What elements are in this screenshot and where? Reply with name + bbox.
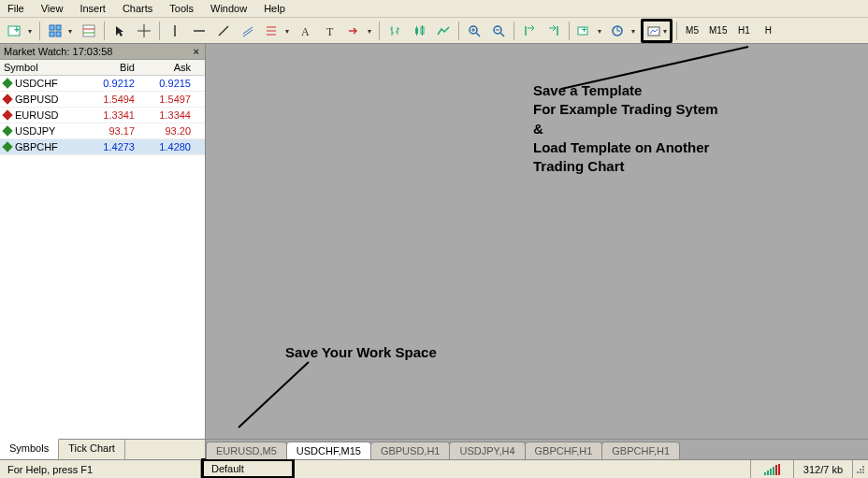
resize-grip-icon[interactable] xyxy=(853,462,868,477)
svg-text:T: T xyxy=(326,25,334,37)
svg-rect-4 xyxy=(50,32,54,36)
market-watch-row[interactable]: GBPUSD1.54941.5497 xyxy=(0,92,205,108)
market-watch-row[interactable]: USDCHF0.92120.9215 xyxy=(0,76,205,92)
chart-tab[interactable]: USDJPY,H4 xyxy=(449,442,525,459)
svg-rect-2 xyxy=(50,25,54,30)
market-watch-body: USDCHF0.92120.9215GBPUSD1.54941.5497EURU… xyxy=(0,76,205,439)
svg-text:+: + xyxy=(582,25,586,35)
market-watch-tabs: Symbols Tick Chart xyxy=(0,439,205,459)
menu-charts[interactable]: Charts xyxy=(123,3,152,14)
timeframe-m5[interactable]: M5 xyxy=(681,21,703,41)
bar-chart-button[interactable] xyxy=(383,21,406,41)
candle-chart-button[interactable] xyxy=(408,21,430,41)
tab-symbols[interactable]: Symbols xyxy=(0,439,59,459)
svg-rect-48 xyxy=(862,466,864,468)
timeframe-m15[interactable]: M15 xyxy=(705,21,731,41)
chart-tab[interactable]: GBPUSD,H1 xyxy=(370,442,451,459)
svg-line-36 xyxy=(500,33,504,36)
chart-tab[interactable]: EURUSD,M5 xyxy=(206,442,287,459)
chart-tab[interactable]: GBPCHF,H1 xyxy=(525,442,603,459)
horizontal-line-button[interactable] xyxy=(188,21,210,41)
market-watch-header: Symbol Bid Ask xyxy=(0,60,205,76)
auto-scroll-button[interactable] xyxy=(518,21,541,41)
periodicity-button[interactable] xyxy=(607,21,639,41)
text-label-button[interactable]: T xyxy=(319,21,341,41)
text-button[interactable]: A xyxy=(295,21,317,41)
menu-help[interactable]: Help xyxy=(264,3,285,14)
line-chart-button[interactable] xyxy=(432,21,455,41)
svg-rect-5 xyxy=(56,32,61,36)
indicators-button[interactable]: + xyxy=(573,21,605,41)
annotation-workspace: Save Your Work Space xyxy=(285,343,437,362)
connection-bars-icon xyxy=(751,460,794,478)
svg-rect-3 xyxy=(56,25,61,30)
close-icon[interactable]: × xyxy=(192,46,201,57)
tab-tick-chart[interactable]: Tick Chart xyxy=(59,440,125,459)
svg-rect-49 xyxy=(860,469,861,471)
svg-line-47 xyxy=(239,362,309,427)
fibonacci-button[interactable] xyxy=(261,21,293,41)
menu-view[interactable]: View xyxy=(41,3,64,14)
menu-file[interactable]: File xyxy=(7,3,24,14)
svg-text:+: + xyxy=(14,24,20,35)
market-watch-panel: Market Watch: 17:03:58 × Symbol Bid Ask … xyxy=(0,44,206,459)
timeframe-h1[interactable]: H1 xyxy=(732,21,755,41)
menu-window[interactable]: Window xyxy=(210,3,247,14)
svg-line-32 xyxy=(476,33,480,36)
market-watch-button[interactable] xyxy=(78,21,100,41)
vertical-line-button[interactable] xyxy=(164,21,186,41)
chart-tab[interactable]: GBPCHF,H1 xyxy=(601,442,680,459)
channel-button[interactable] xyxy=(237,21,259,41)
zoom-in-button[interactable] xyxy=(463,21,485,41)
zoom-out-button[interactable] xyxy=(487,21,510,41)
toolbar: + A T + M5 M15 H1 H xyxy=(0,18,868,44)
market-watch-title: Market Watch: 17:03:58 × xyxy=(0,44,205,60)
trendline-button[interactable] xyxy=(212,21,235,41)
status-spacer xyxy=(295,460,751,478)
svg-text:A: A xyxy=(301,25,310,37)
direction-icon xyxy=(2,94,12,104)
annotation-template: Save a TemplateFor Example Trading Sytem… xyxy=(533,81,776,176)
status-traffic: 312/7 kb xyxy=(794,460,853,478)
svg-rect-6 xyxy=(83,25,94,36)
chart-tabs: EURUSD,M5USDCHF,M15GBPUSD,H1USDJPY,H4GBP… xyxy=(206,439,868,459)
chart-workarea: Save a TemplateFor Example Trading Sytem… xyxy=(206,44,868,459)
svg-rect-51 xyxy=(857,471,859,473)
crosshair-button[interactable] xyxy=(133,21,155,41)
svg-rect-53 xyxy=(862,471,864,473)
chart-tab[interactable]: USDCHF,M15 xyxy=(286,442,371,459)
direction-icon xyxy=(2,78,12,88)
arrows-button[interactable] xyxy=(343,21,375,41)
direction-icon xyxy=(2,109,12,120)
market-watch-row[interactable]: USDJPY93.1793.20 xyxy=(0,123,205,139)
menu-insert[interactable]: Insert xyxy=(80,3,106,14)
market-watch-row[interactable]: EURUSD1.33411.3344 xyxy=(0,108,205,123)
status-bar: For Help, press F1 Default 312/7 kb xyxy=(0,459,868,478)
profiles-button[interactable] xyxy=(44,21,76,41)
timeframe-h4[interactable]: H xyxy=(757,21,779,41)
svg-line-13 xyxy=(219,26,228,36)
status-profile[interactable]: Default xyxy=(201,458,295,478)
chart-shift-button[interactable] xyxy=(542,21,565,41)
status-help: For Help, press F1 xyxy=(0,460,201,478)
direction-icon xyxy=(2,141,12,152)
menu-bar: File View Insert Charts Tools Window Hel… xyxy=(0,0,868,18)
direction-icon xyxy=(2,125,12,136)
svg-rect-50 xyxy=(862,469,864,471)
market-watch-row[interactable]: GBPCHF1.42731.4280 xyxy=(0,139,205,155)
template-button[interactable] xyxy=(641,19,673,43)
svg-rect-52 xyxy=(860,471,861,473)
cursor-button[interactable] xyxy=(108,21,131,41)
arrow-icon xyxy=(234,357,327,432)
new-chart-button[interactable]: + xyxy=(4,21,36,41)
menu-tools[interactable]: Tools xyxy=(169,3,194,14)
